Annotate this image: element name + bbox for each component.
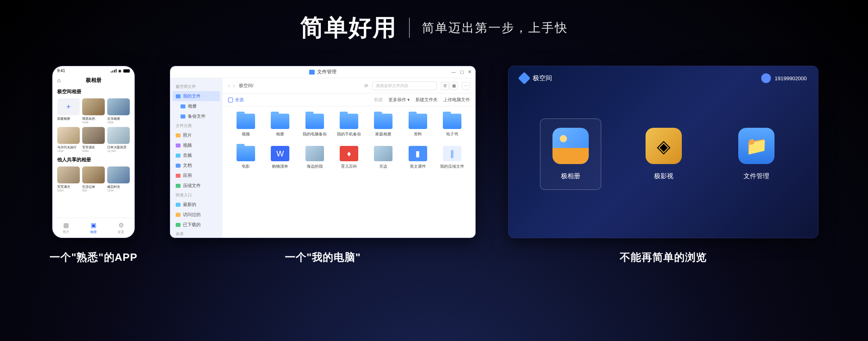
- tab-相册[interactable]: ▣相册: [90, 222, 97, 234]
- file-label: 电子书: [446, 131, 458, 137]
- nav-back-icon[interactable]: ‹: [228, 83, 230, 89]
- maximize-button[interactable]: ▢: [460, 69, 464, 75]
- fold-icon: [374, 114, 392, 129]
- sidebar-item[interactable]: 相册: [170, 101, 222, 111]
- tab-设置[interactable]: ⚙设置: [117, 222, 125, 234]
- fold-icon: [340, 114, 358, 129]
- file-label: 育儿百科: [341, 164, 357, 169]
- album-card[interactable]: 难忘时光1234: [107, 166, 130, 192]
- file-item[interactable]: 电子书: [437, 114, 467, 137]
- file-label: 购物清单: [272, 164, 288, 169]
- tv-app-极相册[interactable]: 极相册: [540, 119, 601, 190]
- sidebar-item[interactable]: 照片: [170, 130, 222, 140]
- file-item[interactable]: 资料: [403, 114, 433, 137]
- album-card[interactable]: 宝宝满月5334: [57, 166, 80, 192]
- file-label: 家庭相册: [375, 131, 391, 137]
- album-card[interactable]: +新建相册: [57, 98, 80, 124]
- phone-mockup: 9:41 ◉ ⌂ 极相册 极空间相册 +新建相册我喜欢的4186音乐相册1568…: [52, 66, 135, 238]
- folder-icon: [309, 70, 315, 75]
- album-label: 宝宝成长: [82, 145, 105, 150]
- sidebar-icon: [176, 143, 181, 148]
- album-label: 日本大阪风景: [107, 145, 130, 150]
- file-item[interactable]: 家庭相册: [368, 114, 399, 137]
- sidebar-group: 快速入口: [170, 191, 222, 200]
- album-count: 5334: [82, 150, 105, 152]
- album-card[interactable]: 音乐相册1568: [107, 98, 130, 124]
- album-card[interactable]: 我喜欢的4186: [82, 98, 105, 124]
- search-input[interactable]: 搜索全部文件内容: [372, 81, 437, 90]
- select-all-checkbox[interactable]: 全选: [228, 97, 244, 103]
- file-item[interactable]: 海边的我: [299, 146, 330, 169]
- sidebar-item[interactable]: 访问过的: [170, 210, 222, 220]
- album-card[interactable]: 生活记录962: [82, 166, 105, 192]
- fold-icon: [237, 114, 255, 129]
- tab-icon: ▦: [62, 222, 70, 229]
- action-new-folder[interactable]: 新建文件夹: [415, 97, 438, 103]
- file-item[interactable]: W购物清单: [265, 146, 295, 169]
- sidebar-item[interactable]: 已下载的: [170, 220, 222, 230]
- tv-user[interactable]: 19199902000: [761, 73, 807, 83]
- photo-app-icon: [552, 128, 589, 164]
- view-list-button[interactable]: ☰: [441, 82, 449, 90]
- signal-icon: [111, 69, 116, 73]
- file-item[interactable]: ♦育儿百科: [334, 146, 364, 169]
- battery-icon: [123, 69, 130, 73]
- file-item[interactable]: 天边: [368, 146, 399, 169]
- file-app-icon: 📁: [738, 128, 775, 164]
- file-label: 我的电脑备份: [303, 131, 327, 137]
- sidebar-icon: [176, 94, 181, 98]
- file-item[interactable]: 相册: [265, 114, 295, 137]
- sidebar-item[interactable]: 文档: [170, 160, 222, 170]
- album-card[interactable]: 日本大阪风景12,334: [107, 127, 130, 152]
- sidebar-item[interactable]: 音频: [170, 150, 222, 160]
- file-item[interactable]: 电影: [230, 146, 261, 169]
- album-count: 1234: [57, 150, 80, 152]
- file-item[interactable]: 我的手机备份: [334, 114, 364, 137]
- album-label: 音乐相册: [107, 116, 130, 121]
- tv-app-文件管理[interactable]: 📁文件管理: [726, 119, 787, 189]
- file-item[interactable]: ∥我的压缩文件: [437, 146, 467, 169]
- desktop-window: 文件管理 — ▢ ✕ 极空间文件我的文件相册备份文件文件分类照片视频音频文档应用…: [170, 66, 476, 238]
- minimize-button[interactable]: —: [451, 69, 456, 75]
- add-album-icon: +: [57, 98, 80, 115]
- file-item[interactable]: ▮英文课件: [403, 146, 433, 169]
- more-icon[interactable]: ⋯: [462, 82, 470, 90]
- sidebar-item[interactable]: 应用: [170, 170, 222, 181]
- action-upload[interactable]: 上传电脑文件: [443, 97, 470, 103]
- sidebar-icon: [176, 133, 181, 137]
- view-grid-button[interactable]: ▦: [450, 82, 458, 90]
- sidebar-icon: [176, 174, 181, 178]
- sidebar-item[interactable]: 压缩文件: [170, 181, 222, 191]
- album-card[interactable]: 宝宝成长5334: [82, 127, 105, 152]
- img-icon: [305, 146, 324, 161]
- sidebar-item[interactable]: 最新的: [170, 200, 222, 210]
- sidebar-item[interactable]: 我的文件: [172, 91, 220, 101]
- sidebar-icon: [176, 154, 181, 158]
- close-button[interactable]: ✕: [468, 69, 471, 75]
- refresh-icon[interactable]: ⟳: [364, 83, 368, 89]
- tv-logo: 极空间: [520, 74, 552, 83]
- hero-title: 简单好用: [300, 12, 397, 44]
- file-label: 我的手机备份: [337, 131, 361, 137]
- tab-照片[interactable]: ▦照片: [62, 222, 70, 234]
- sidebar-item[interactable]: 备份文件: [170, 111, 222, 121]
- nav-forward-icon[interactable]: ›: [233, 83, 235, 89]
- album-card[interactable]: 马尔代夫旅行1234: [57, 127, 80, 152]
- tv-app-极影视[interactable]: ◈极影视: [633, 119, 694, 189]
- file-item[interactable]: 视频: [230, 114, 261, 137]
- action-more[interactable]: 更多操作 ▾: [388, 97, 410, 103]
- breadcrumb[interactable]: 极空间/: [239, 83, 253, 89]
- sidebar-icon: [176, 164, 181, 168]
- window-titlebar: 文件管理 — ▢ ✕: [170, 66, 476, 78]
- fold-icon: [271, 114, 289, 129]
- file-label: 相册: [276, 131, 284, 137]
- fold-icon: [305, 114, 324, 129]
- sidebar-item[interactable]: 视频: [170, 140, 222, 150]
- file-item[interactable]: 我的电脑备份: [299, 114, 330, 137]
- album-label: 我喜欢的: [82, 116, 105, 121]
- action-new[interactable]: 新建: [374, 97, 383, 103]
- sidebar-group: 极空间文件: [170, 82, 222, 91]
- word-icon: W: [271, 146, 289, 161]
- home-icon[interactable]: ⌂: [57, 77, 60, 83]
- video-app-icon: ◈: [646, 128, 682, 164]
